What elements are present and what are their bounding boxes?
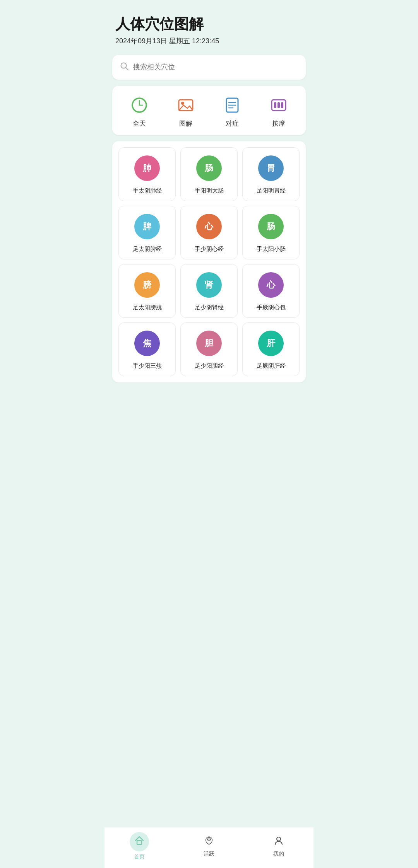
grid-label-jiao: 手少阳三焦	[123, 362, 171, 370]
grid-label-shen: 足少阴肾经	[185, 304, 233, 311]
grid-item-gan[interactable]: 肝足厥阴肝经	[242, 322, 300, 376]
circle-badge-pang: 膀	[134, 272, 160, 298]
nav-active[interactable]: 活跃	[174, 835, 244, 858]
nav-home-label: 首页	[134, 853, 145, 860]
massage-icon	[269, 95, 289, 115]
circle-badge-fei: 肺	[134, 155, 160, 181]
grid-item-xin1[interactable]: 心手少阴心经	[180, 206, 238, 259]
quick-action-quanr[interactable]: 全天	[116, 95, 163, 128]
circle-badge-shen: 肾	[196, 272, 222, 298]
grid-label-pang: 足太阳膀胱	[123, 304, 171, 311]
svg-rect-14	[281, 102, 283, 108]
svg-point-16	[277, 837, 281, 841]
grid-item-wei[interactable]: 胃足阳明胃经	[242, 147, 300, 201]
svg-rect-5	[179, 100, 193, 111]
circle-badge-pi: 脾	[134, 214, 160, 239]
bottom-nav: 首页 活跃 我的	[104, 827, 314, 868]
svg-point-6	[181, 102, 184, 105]
grid-item-fei[interactable]: 肺手太阴肺经	[118, 147, 176, 201]
quanr-label: 全天	[133, 119, 146, 128]
grid-label-xin2: 手厥阴心包	[247, 304, 295, 311]
grid-item-chang2[interactable]: 肠手太阳小肠	[242, 206, 300, 259]
doc-icon	[222, 95, 242, 115]
grid-item-dan[interactable]: 胆足少阳胆经	[180, 322, 238, 376]
anmo-label: 按摩	[272, 119, 285, 128]
grid-label-dan: 足少阳胆经	[185, 362, 233, 370]
person-icon	[273, 835, 284, 849]
grid-item-pi[interactable]: 脾足太阴脾经	[118, 206, 176, 259]
grid-item-chang1[interactable]: 肠手阳明大肠	[180, 147, 238, 201]
clock-icon	[129, 95, 149, 115]
circle-badge-gan: 肝	[258, 331, 284, 356]
circle-badge-xin2: 心	[258, 272, 284, 298]
circle-badge-xin1: 心	[196, 214, 222, 239]
search-input[interactable]	[133, 63, 298, 71]
circle-badge-chang2: 肠	[258, 214, 284, 239]
grid-item-jiao[interactable]: 焦手少阳三焦	[118, 322, 176, 376]
duizheng-label: 对症	[226, 119, 239, 128]
search-bar[interactable]	[112, 55, 306, 80]
grid-label-fei: 手太阴肺经	[123, 187, 171, 194]
tujie-label: 图解	[179, 119, 192, 128]
search-icon	[120, 62, 128, 73]
grid-label-wei: 足阳明胃经	[247, 187, 295, 194]
grid-item-pang[interactable]: 膀足太阳膀胱	[118, 264, 176, 318]
header: 人体穴位图解 2024年09月13日 星期五 12:23:45	[104, 0, 314, 52]
svg-rect-12	[274, 102, 276, 108]
circle-badge-wei: 胃	[258, 155, 284, 181]
datetime: 2024年09月13日 星期五 12:23:45	[115, 36, 303, 46]
meridian-grid: 肺手太阴肺经肠手阳明大肠胃足阳明胃经脾足太阴脾经心手少阴心经肠手太阳小肠膀足太阳…	[118, 147, 300, 376]
flame-icon	[204, 835, 214, 849]
circle-badge-dan: 胆	[196, 331, 222, 356]
grid-label-gan: 足厥阴肝经	[247, 362, 295, 370]
quick-action-anmo[interactable]: 按摩	[255, 95, 302, 128]
svg-rect-15	[137, 841, 142, 844]
quick-actions: 全天 图解 对症	[112, 86, 306, 135]
svg-rect-13	[278, 102, 280, 108]
grid-label-pi: 足太阴脾经	[123, 246, 171, 253]
circle-badge-chang1: 肠	[196, 155, 222, 181]
image-icon	[176, 95, 196, 115]
circle-badge-jiao: 焦	[134, 331, 160, 356]
nav-home[interactable]: 首页	[104, 832, 174, 860]
grid-item-xin2[interactable]: 心手厥阴心包	[242, 264, 300, 318]
nav-active-label: 活跃	[204, 851, 214, 858]
grid-label-xin1: 手少阴心经	[185, 246, 233, 253]
home-icon	[134, 835, 145, 849]
quick-action-duizheng[interactable]: 对症	[209, 95, 255, 128]
grid-label-chang2: 手太阳小肠	[247, 246, 295, 253]
grid-label-chang1: 手阳明大肠	[185, 187, 233, 194]
nav-mine[interactable]: 我的	[244, 835, 314, 858]
app-title: 人体穴位图解	[115, 15, 303, 33]
grid-section: 肺手太阴肺经肠手阳明大肠胃足阳明胃经脾足太阴脾经心手少阴心经肠手太阳小肠膀足太阳…	[112, 141, 306, 382]
grid-item-shen[interactable]: 肾足少阴肾经	[180, 264, 238, 318]
quick-action-tujie[interactable]: 图解	[163, 95, 209, 128]
nav-mine-label: 我的	[273, 851, 284, 858]
svg-line-1	[126, 68, 128, 70]
